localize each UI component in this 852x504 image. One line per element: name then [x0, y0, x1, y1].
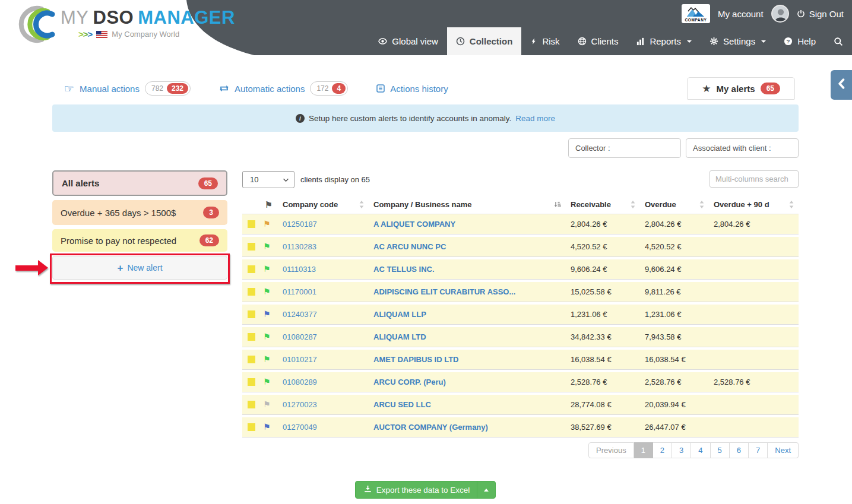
- company-name-link[interactable]: ARCU CORP. (Peru): [373, 378, 571, 386]
- sign-out-link[interactable]: Sign Out: [797, 9, 844, 19]
- pagination-page[interactable]: 7: [749, 442, 768, 458]
- company-code-link[interactable]: 01080287: [283, 332, 373, 341]
- company-code-link[interactable]: 01110313: [283, 265, 373, 274]
- flag-icon[interactable]: ⚑: [263, 332, 271, 341]
- overdue-value: 2,528.76 €: [645, 378, 714, 386]
- page-size-label: clients display on 65: [300, 175, 370, 184]
- side-panel-toggle[interactable]: [831, 70, 852, 100]
- flag-icon[interactable]: ⚑: [263, 219, 271, 229]
- flag-icon[interactable]: ⚑: [263, 309, 271, 319]
- page-size-select[interactable]: 10: [242, 171, 294, 188]
- company-code-link[interactable]: 01170001: [283, 287, 373, 296]
- alert-filter-item[interactable]: Promise to pay not respected62: [52, 229, 227, 252]
- pagination-next[interactable]: Next: [768, 442, 799, 458]
- pagination-page[interactable]: 5: [711, 442, 730, 458]
- overdue-value: 20,039.94 €: [645, 400, 714, 409]
- status-square-icon: [248, 243, 255, 251]
- brand-logo[interactable]: MYDSOMANAGER >>> My Company World: [8, 4, 235, 44]
- column-header-company-name[interactable]: Company / Business name: [373, 200, 471, 209]
- nav-global-view[interactable]: Global view: [369, 27, 447, 55]
- company-name-link[interactable]: ARCU SED LLC: [373, 400, 571, 409]
- nav-search[interactable]: [825, 27, 852, 55]
- company-code-link[interactable]: 01010217: [283, 355, 373, 364]
- nav-reports[interactable]: Reports: [627, 27, 701, 55]
- nav-help[interactable]: ?Help: [775, 27, 825, 55]
- associated-client-filter[interactable]: Associated with client :: [686, 138, 799, 158]
- export-excel-button[interactable]: Export these data to Excel: [355, 481, 496, 499]
- alert-filter-item[interactable]: All alerts65: [52, 170, 227, 196]
- tab-actions-history[interactable]: Actions history: [376, 84, 448, 94]
- flag-icon[interactable]: ⚑: [263, 400, 271, 409]
- alert-filter-item[interactable]: Overdue + 365 days > 1500$3: [52, 200, 227, 225]
- company-name-link[interactable]: ALIQUAM LLP: [373, 310, 571, 319]
- company-name-link[interactable]: A ALIQUET COMPANY: [373, 220, 571, 229]
- sort-icon[interactable]: [631, 201, 635, 208]
- nav-clients[interactable]: Clients: [569, 27, 628, 55]
- export-dropdown-toggle[interactable]: [477, 481, 495, 498]
- company-logo[interactable]: COMPANY: [682, 4, 710, 23]
- company-name-link[interactable]: AC TELLUS INC.: [373, 265, 571, 274]
- pagination-page[interactable]: 3: [672, 442, 691, 458]
- sort-icon[interactable]: [789, 201, 794, 208]
- my-account-link[interactable]: My account: [718, 9, 764, 19]
- column-header-overdue-90[interactable]: Overdue + 90 d: [714, 200, 769, 209]
- status-square-icon: [248, 310, 255, 318]
- new-alert-button[interactable]: + New alert: [52, 256, 227, 280]
- tabs-row: ☞ Manual actions 782 232 Automatic actio…: [52, 77, 799, 100]
- pagination-previous[interactable]: Previous: [588, 442, 634, 458]
- tab-my-alerts[interactable]: ★ My alerts 65: [687, 77, 795, 100]
- nav-collection[interactable]: Collection: [447, 27, 522, 55]
- column-header-company-code[interactable]: Company code: [283, 200, 338, 209]
- alert-filter-label: Promise to pay not respected: [61, 236, 176, 246]
- receivable-value: 2,528.76 €: [571, 378, 645, 386]
- flag-icon[interactable]: ⚑: [263, 287, 271, 296]
- column-header-receivable[interactable]: Receivable: [571, 200, 611, 209]
- retweet-icon: [219, 85, 229, 92]
- company-name-link[interactable]: ALIQUAM LTD: [373, 332, 571, 341]
- company-name-link[interactable]: AC ARCU NUNC PC: [373, 242, 571, 251]
- nav-label: Settings: [723, 36, 755, 46]
- company-code-link[interactable]: 01080289: [283, 378, 373, 386]
- brand-arcs-icon: [8, 4, 63, 44]
- filters-row: Collector : Associated with client :: [52, 138, 799, 158]
- flag-icon[interactable]: ⚑: [263, 354, 271, 364]
- account-area: COMPANY My account Sign Out: [682, 4, 844, 23]
- collector-filter[interactable]: Collector :: [568, 138, 681, 158]
- status-square-icon: [248, 423, 255, 431]
- flag-cell: ⚑: [263, 423, 283, 432]
- tab-manual-actions[interactable]: ☞ Manual actions 782 232: [64, 81, 191, 96]
- multi-column-search-input[interactable]: [710, 170, 799, 188]
- alert-filter-label: Overdue + 365 days > 1500$: [61, 208, 176, 218]
- pagination-page[interactable]: 1: [634, 442, 653, 458]
- company-name-link[interactable]: AMET DAPIBUS ID LTD: [373, 355, 571, 364]
- company-code-link[interactable]: 01130283: [283, 242, 373, 251]
- company-name-link[interactable]: AUCTOR COMPANY (Germany): [373, 423, 571, 432]
- sort-icon[interactable]: [699, 201, 704, 208]
- avatar[interactable]: [771, 5, 789, 23]
- company-code-link[interactable]: 01250187: [283, 220, 373, 229]
- flag-icon[interactable]: ⚑: [263, 242, 271, 251]
- read-more-link[interactable]: Read more: [515, 114, 555, 123]
- company-code-link[interactable]: 01240377: [283, 310, 373, 319]
- sort-icon[interactable]: [359, 201, 364, 208]
- nav-settings[interactable]: Settings: [701, 27, 775, 55]
- company-name-link[interactable]: ADIPISCING ELIT CURABITUR ASSO...: [373, 287, 571, 296]
- flag-cell: ⚑: [263, 355, 283, 364]
- tab-automatic-actions[interactable]: Automatic actions 172 4: [219, 81, 348, 96]
- flag-cell: ⚑: [263, 310, 283, 319]
- pagination-page[interactable]: 2: [653, 442, 672, 458]
- pagination-page[interactable]: 6: [730, 442, 749, 458]
- flag-icon[interactable]: ⚑: [263, 264, 271, 274]
- overdue-value: 9,606.24 €: [645, 265, 714, 274]
- sort-amount-icon[interactable]: [554, 201, 561, 208]
- company-code-link[interactable]: 01270049: [283, 423, 373, 432]
- nav-risk[interactable]: Risk: [521, 27, 568, 55]
- column-header-overdue[interactable]: Overdue: [645, 200, 676, 209]
- status-cell: [242, 423, 263, 431]
- company-code-link[interactable]: 01270023: [283, 400, 373, 409]
- flag-icon[interactable]: ⚑: [263, 377, 271, 386]
- flag-icon[interactable]: ⚑: [263, 422, 271, 432]
- pagination-page[interactable]: 4: [691, 442, 710, 458]
- page: MYDSOMANAGER >>> My Company World: [0, 0, 852, 504]
- table-row: ⚑01240377ALIQUAM LLP1,231.06 €1,231.06 €: [242, 305, 799, 325]
